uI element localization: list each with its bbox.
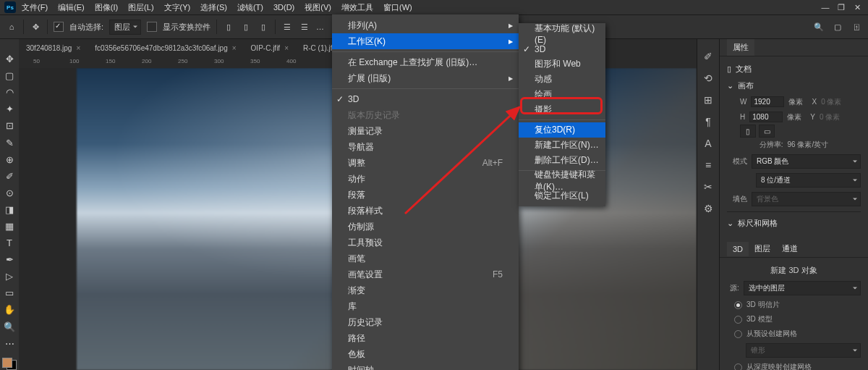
- radio-model[interactable]: [734, 316, 742, 324]
- radio-postcard[interactable]: [734, 301, 742, 309]
- tab-properties[interactable]: 属性: [727, 39, 754, 56]
- history-panel-icon[interactable]: ⟲: [704, 72, 712, 84]
- type-panel-icon[interactable]: A: [705, 138, 711, 149]
- menu-item[interactable]: 画笔: [332, 251, 519, 266]
- lasso-tool[interactable]: ◠: [1, 85, 17, 99]
- menu-filter[interactable]: 滤镜(T): [233, 1, 268, 14]
- menu-item[interactable]: ✓3D: [332, 91, 519, 107]
- menu-item[interactable]: 扩展 (旧版): [332, 70, 519, 86]
- menu-item[interactable]: 导航器: [332, 139, 519, 155]
- submenu-item[interactable]: 复位3D(R): [519, 122, 605, 138]
- transform-checkbox[interactable]: [147, 22, 157, 32]
- menu-item[interactable]: 工作区(K): [332, 33, 519, 49]
- menu-edit[interactable]: 编辑(E): [54, 1, 89, 14]
- type-tool[interactable]: T: [1, 236, 17, 250]
- align-center-icon[interactable]: ▯: [240, 21, 252, 33]
- menu-window[interactable]: 窗口(W): [379, 1, 417, 14]
- zoom-tool[interactable]: 🔍: [1, 320, 17, 334]
- auto-select-dropdown[interactable]: 图层: [109, 20, 141, 35]
- move-tool[interactable]: ✥: [1, 52, 17, 66]
- radio-depth[interactable]: [734, 363, 742, 371]
- tab-2[interactable]: OIP-C.jfif×: [244, 41, 296, 55]
- marquee-tool[interactable]: ▢: [1, 69, 17, 83]
- maximize-button[interactable]: ❐: [835, 3, 848, 12]
- landscape-button[interactable]: ▭: [759, 125, 775, 138]
- fill-dropdown[interactable]: 背景色: [752, 192, 861, 206]
- minimize-button[interactable]: —: [819, 3, 832, 12]
- menu-item[interactable]: 库: [332, 298, 519, 314]
- portrait-button[interactable]: ▯: [740, 125, 756, 138]
- close-icon[interactable]: ×: [284, 44, 289, 52]
- menu-item[interactable]: 工具预设: [332, 235, 519, 251]
- menu-select[interactable]: 选择(S): [196, 1, 231, 14]
- share-icon[interactable]: ⍐: [851, 21, 862, 33]
- menu-item[interactable]: 仿制源: [332, 219, 519, 235]
- path-tool[interactable]: ▷: [1, 269, 17, 283]
- distribute-icon[interactable]: ☰: [281, 21, 293, 33]
- brush-panel-icon[interactable]: ✐: [704, 51, 712, 62]
- menu-item[interactable]: 在 Exchange 上查找扩展 (旧版)…: [332, 54, 519, 70]
- 3d-source-dropdown[interactable]: 选中的图层: [744, 281, 861, 295]
- move-tool-icon[interactable]: ✥: [30, 21, 41, 33]
- settings-icon[interactable]: ⚙: [704, 203, 713, 214]
- paragraph-panel-icon[interactable]: ≡: [705, 159, 711, 171]
- menu-layer[interactable]: 图层(L): [124, 1, 158, 14]
- menu-item[interactable]: 排列(A): [332, 17, 519, 33]
- color-swatch[interactable]: [2, 358, 17, 370]
- distribute-icon-2[interactable]: ☰: [299, 21, 310, 33]
- tab-3d[interactable]: 3D: [727, 242, 749, 256]
- crop-tool[interactable]: ⊡: [1, 119, 17, 133]
- menu-item[interactable]: 时间轴: [332, 362, 519, 370]
- menu-item[interactable]: 历史记录: [332, 314, 519, 330]
- wand-tool[interactable]: ✦: [1, 102, 17, 116]
- menu-item[interactable]: 动作: [332, 171, 519, 187]
- extra-tool[interactable]: ⋯: [1, 337, 17, 350]
- submenu-item[interactable]: 键盘快捷键和菜单(K)…: [519, 173, 605, 188]
- menu-item[interactable]: 色板: [332, 346, 519, 362]
- submenu-item[interactable]: 删除工作区(D)…: [519, 153, 605, 168]
- gradient-tool[interactable]: ▦: [1, 219, 17, 233]
- submenu-item[interactable]: 新建工作区(N)…: [519, 138, 605, 153]
- menu-item[interactable]: 测量记录: [332, 123, 519, 139]
- close-icon[interactable]: ×: [232, 44, 237, 52]
- submenu-item[interactable]: 基本功能 (默认) (E): [519, 26, 605, 41]
- align-left-icon[interactable]: ▯: [223, 21, 234, 33]
- pen-tool[interactable]: ✒: [1, 253, 17, 266]
- close-icon[interactable]: ×: [76, 44, 80, 52]
- menu-view[interactable]: 视图(V): [300, 1, 336, 14]
- workspace-icon[interactable]: ▢: [832, 21, 843, 33]
- stamp-tool[interactable]: ⊙: [1, 186, 17, 200]
- menu-item[interactable]: 渐变: [332, 282, 519, 298]
- submenu-item[interactable]: 图形和 Web: [519, 56, 605, 72]
- 3d-preset-dropdown[interactable]: 锥形: [746, 343, 861, 358]
- swatch-panel-icon[interactable]: ⊞: [704, 94, 712, 106]
- color-mode-dropdown[interactable]: RGB 颜色: [752, 154, 861, 169]
- bit-depth-dropdown[interactable]: 8 位/通道: [756, 173, 861, 188]
- submenu-item[interactable]: ✓3D: [519, 41, 605, 56]
- tab-layers[interactable]: 图层: [749, 240, 776, 257]
- home-icon[interactable]: ⌂: [6, 21, 17, 33]
- menu-item[interactable]: 段落: [332, 187, 519, 203]
- submenu-item[interactable]: 摄影: [519, 102, 605, 117]
- ruler-grid-header[interactable]: ⌄ 标尺和网格: [727, 215, 861, 232]
- shape-tool[interactable]: ▭: [1, 286, 17, 300]
- menu-item[interactable]: 段落样式: [332, 203, 519, 219]
- heal-tool[interactable]: ⊕: [1, 153, 17, 167]
- tab-channels[interactable]: 通道: [776, 240, 804, 257]
- menu-image[interactable]: 图像(I): [90, 1, 122, 14]
- character-panel-icon[interactable]: ¶: [705, 116, 711, 127]
- menu-3d[interactable]: 3D(D): [269, 1, 299, 13]
- menu-type[interactable]: 文字(Y): [160, 1, 195, 14]
- align-right-icon[interactable]: ▯: [258, 21, 269, 33]
- menu-file[interactable]: 文件(F): [17, 1, 52, 14]
- eyedropper-tool[interactable]: ✎: [1, 135, 17, 149]
- tab-0[interactable]: 30f240818.jpg×: [19, 41, 88, 55]
- scissors-icon[interactable]: ✂: [704, 181, 712, 193]
- submenu-item[interactable]: 绘画: [519, 87, 605, 102]
- tab-1[interactable]: fc0356e56706e47dbc9812a3c3fc06af.jpg×: [88, 41, 243, 55]
- height-input[interactable]: [749, 112, 783, 122]
- close-button[interactable]: ✕: [851, 3, 864, 12]
- submenu-item[interactable]: 动感: [519, 72, 605, 87]
- width-input[interactable]: [751, 96, 784, 107]
- hand-tool[interactable]: ✋: [1, 303, 17, 316]
